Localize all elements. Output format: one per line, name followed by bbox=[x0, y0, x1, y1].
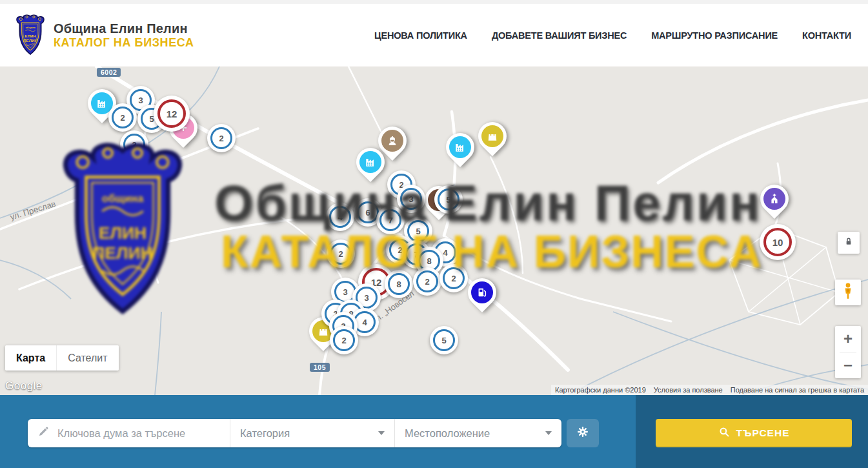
cluster-count: 2 bbox=[112, 107, 134, 128]
nav-item[interactable]: ЦЕНОВА ПОЛИТИКА bbox=[374, 30, 467, 41]
factory-pin[interactable] bbox=[356, 147, 385, 186]
google-logo[interactable]: Google bbox=[5, 380, 43, 392]
fullscreen-lock-button[interactable] bbox=[838, 232, 860, 254]
cluster-marker[interactable]: 2 bbox=[327, 239, 355, 268]
cluster-count: 8 bbox=[388, 273, 410, 295]
chevron-down-icon bbox=[545, 431, 552, 435]
search-icon bbox=[718, 426, 730, 440]
cluster-marker[interactable]: 3 bbox=[397, 185, 425, 213]
pencil-icon bbox=[37, 426, 56, 440]
cluster-count: 2 bbox=[416, 270, 438, 292]
cluster-marker[interactable]: 4 bbox=[326, 203, 354, 231]
search-button-label: ТЪРСЕНЕ bbox=[736, 427, 790, 439]
category-select-label: Категория bbox=[240, 427, 290, 440]
municipality-logo[interactable]: община ЕЛИН ПЕЛИН bbox=[14, 14, 46, 57]
lock-icon bbox=[843, 236, 854, 249]
cluster-marker[interactable]: 10 bbox=[760, 224, 796, 260]
map-type-switch: Карта Сателит bbox=[5, 345, 119, 371]
gear-icon bbox=[576, 425, 589, 441]
cluster-marker[interactable]: 2 bbox=[413, 267, 441, 296]
category-select[interactable]: Категория bbox=[230, 419, 395, 447]
search-field-group: Категория Местоположение bbox=[28, 419, 561, 447]
main-nav: ЦЕНОВА ПОЛИТИКАДОБАВЕТЕ ВАШИЯТ БИЗНЕСМАР… bbox=[374, 30, 851, 41]
nav-item[interactable]: ДОБАВЕТЕ ВАШИЯТ БИЗНЕС bbox=[492, 30, 627, 41]
cluster-count: 12 bbox=[157, 99, 186, 128]
zoom-out-button[interactable]: − bbox=[835, 352, 861, 378]
cluster-count: 7 bbox=[379, 209, 401, 231]
church-pin[interactable] bbox=[760, 184, 789, 223]
cluster-marker[interactable]: 2 bbox=[120, 130, 148, 159]
page: община ЕЛИН ПЕЛИН Община Елин Пелин КАТА… bbox=[0, 0, 868, 468]
nav-item[interactable]: КОНТАКТИ bbox=[802, 30, 851, 41]
factory-icon bbox=[359, 151, 381, 173]
nav-item[interactable]: МАРШРУТНО РАЗПИСАНИЕ bbox=[651, 30, 778, 41]
cluster-marker[interactable]: 5 bbox=[434, 185, 463, 214]
search-bar: Категория Местоположение bbox=[0, 395, 868, 468]
brand-block: Община Елин Пелин КАТАЛОГ НА БИЗНЕСА bbox=[54, 21, 194, 50]
cluster-count: 6 bbox=[357, 201, 379, 223]
factory-icon bbox=[449, 136, 471, 158]
location-select[interactable]: Местоположение bbox=[395, 419, 561, 447]
cluster-count: 2 bbox=[330, 243, 352, 265]
cluster-count: 5 bbox=[407, 220, 429, 242]
cluster-marker[interactable]: 7 bbox=[376, 206, 405, 234]
road-badge: 105 bbox=[310, 363, 330, 372]
cluster-count: 2 bbox=[333, 329, 355, 351]
factory-pin[interactable] bbox=[445, 132, 475, 171]
cluster-count: 10 bbox=[763, 228, 792, 256]
cluster-marker[interactable]: 2 bbox=[439, 264, 468, 292]
cluster-count: 4 bbox=[329, 206, 351, 228]
site-title: Община Елин Пелин bbox=[54, 21, 194, 36]
cluster-count: 2 bbox=[210, 127, 232, 149]
zoom-in-button[interactable]: + bbox=[835, 326, 861, 352]
cluster-marker[interactable]: 5 bbox=[430, 326, 458, 354]
street-view-pegman-button[interactable] bbox=[835, 280, 861, 305]
zoom-control: + − bbox=[835, 326, 861, 378]
search-input[interactable] bbox=[56, 427, 220, 440]
chevron-down-icon bbox=[378, 431, 385, 435]
location-select-label: Местоположение bbox=[405, 427, 490, 440]
site-subtitle: КАТАЛОГ НА БИЗНЕСА bbox=[54, 36, 194, 50]
map-attribution: Картографски данни ©2019 Условия за полз… bbox=[551, 385, 868, 395]
svg-text:община: община bbox=[25, 26, 35, 29]
cluster-count: 5 bbox=[433, 329, 455, 351]
attribution-copyright: Картографски данни ©2019 bbox=[551, 385, 650, 395]
cluster-count: 5 bbox=[438, 188, 459, 210]
church-icon bbox=[763, 188, 785, 210]
shopping-bag-icon bbox=[481, 125, 503, 147]
svg-text:ПЕЛИН: ПЕЛИН bbox=[23, 38, 38, 43]
keyword-segment bbox=[28, 419, 230, 447]
report-error-link[interactable]: Подаване на сигнал за грешка в картата bbox=[727, 385, 868, 395]
search-button[interactable]: ТЪРСЕНЕ bbox=[656, 419, 852, 447]
map-type-map-button[interactable]: Карта bbox=[5, 345, 56, 371]
cluster-marker[interactable]: 12 bbox=[154, 96, 190, 132]
pegman-icon bbox=[840, 282, 856, 303]
map-type-satellite-button[interactable]: Сателит bbox=[56, 345, 118, 371]
cluster-count: 3 bbox=[400, 188, 422, 210]
svg-text:ЕЛИН: ЕЛИН bbox=[25, 33, 36, 37]
cluster-marker[interactable]: 8 bbox=[385, 270, 413, 298]
road-badge: 6002 bbox=[97, 68, 121, 77]
map-canvas[interactable]: ул. Преславбул. „Новоселция6002105325122… bbox=[0, 66, 868, 395]
search-settings-button[interactable] bbox=[567, 419, 599, 447]
header: община ЕЛИН ПЕЛИН Община Елин Пелин КАТА… bbox=[0, 0, 868, 66]
cluster-marker[interactable]: 2 bbox=[108, 103, 137, 132]
cluster-count: 2 bbox=[443, 267, 465, 289]
cluster-marker[interactable]: 2 bbox=[330, 326, 358, 354]
cluster-marker[interactable]: 2 bbox=[207, 124, 236, 152]
cluster-count: 2 bbox=[123, 134, 145, 156]
fuel-pin[interactable] bbox=[467, 278, 497, 316]
fuel-icon bbox=[471, 281, 493, 303]
terms-link[interactable]: Условия за ползване bbox=[650, 385, 727, 395]
shopping-bag-pin[interactable] bbox=[478, 121, 507, 160]
